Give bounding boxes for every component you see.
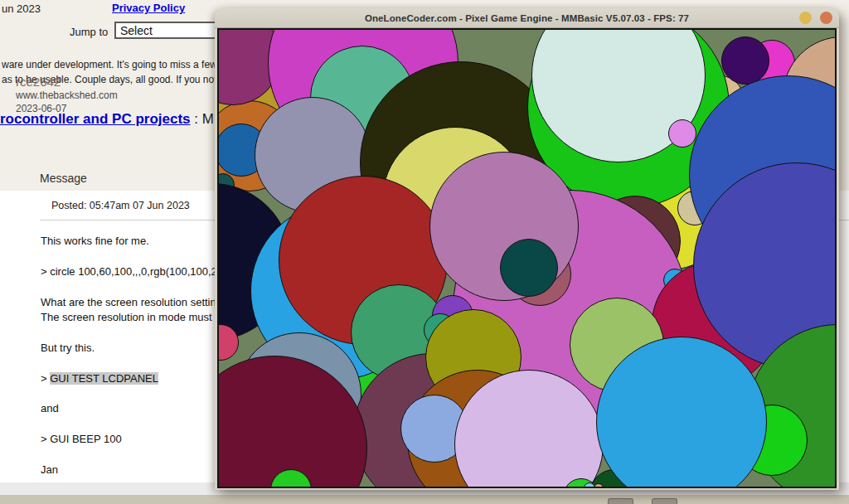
taskbar-strip: [0, 495, 849, 504]
message-line: [41, 279, 217, 294]
game-circle: [668, 119, 696, 148]
window-titlebar[interactable]: OneLoneCoder.com - Pixel Game Engine - M…: [215, 8, 839, 28]
site-url-text: www.thebackshed.com: [16, 90, 118, 101]
game-canvas[interactable]: [217, 28, 837, 488]
game-circle: [594, 483, 604, 488]
game-engine-window: OneLoneCoder.com - Pixel Game Engine - M…: [215, 8, 839, 490]
message-line: What are the screen resolution settin: [41, 295, 217, 310]
message-line: [41, 356, 217, 371]
overlapping-username-text: rce2642: [16, 75, 61, 89]
forum-section-link[interactable]: rocontroller and PC projects: [0, 111, 191, 127]
jump-to-selected-value: Select: [120, 24, 153, 37]
message-body: This works fine for me. > circle 100,60,…: [41, 234, 217, 477]
message-line: > circle 100,60,100,,,0,rgb(100,100,2: [41, 264, 217, 279]
message-line: > GUI TEST LCDPANEL: [41, 371, 217, 386]
message-line: This works fine for me.: [41, 234, 217, 249]
minimize-button[interactable]: [799, 12, 812, 24]
breadcrumb: rocontroller and PC projects : MMBa: [0, 111, 243, 128]
message-line: Jan: [41, 463, 217, 477]
game-circle: [500, 239, 558, 297]
message-line: [41, 325, 217, 340]
message-line: [41, 447, 217, 462]
message-line: [41, 386, 217, 401]
privacy-policy-link[interactable]: Privacy Policy: [112, 2, 185, 14]
page-date-fragment: un 2023: [2, 2, 41, 15]
message-line: But try this.: [41, 341, 217, 356]
message-line: [41, 417, 217, 432]
window-title: OneLoneCoder.com - Pixel Game Engine - M…: [365, 13, 689, 23]
message-line: [41, 249, 217, 264]
message-line: > GUI BEEP 100: [41, 432, 217, 447]
jump-to-label: Jump to: [70, 26, 108, 38]
game-circle: [721, 36, 769, 85]
message-line: and: [41, 401, 217, 416]
close-button[interactable]: [820, 12, 832, 24]
taskbar-button[interactable]: [652, 498, 677, 504]
message-line: The screen resolution in mode must: [41, 310, 217, 325]
taskbar-button[interactable]: [608, 498, 633, 504]
message-column-header: Message: [40, 172, 87, 185]
posted-timestamp: Posted: 05:47am 07 Jun 2023: [51, 200, 190, 211]
